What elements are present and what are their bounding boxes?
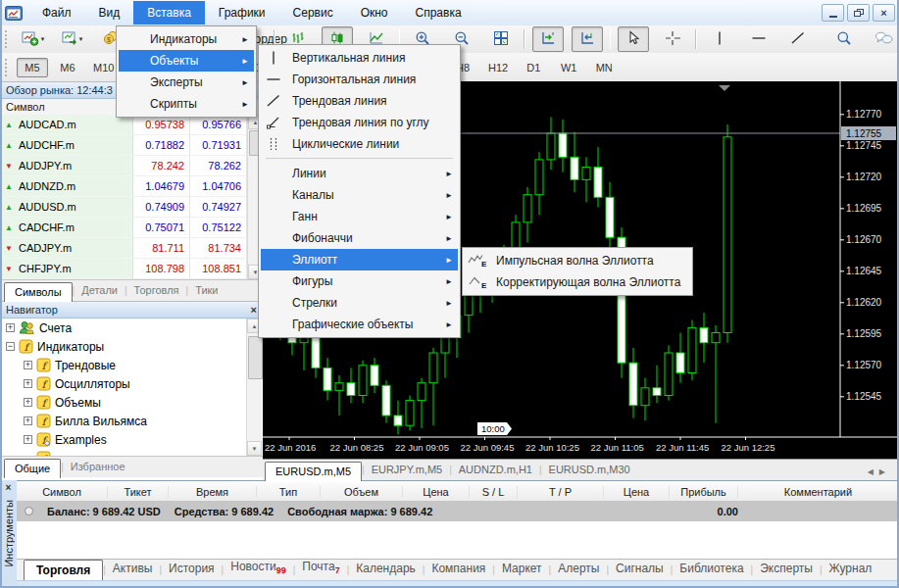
market-row-CADCHF.m[interactable]: ▲CADCHF.m0.750710.75122 xyxy=(0,218,247,238)
chart-tab-3[interactable]: EURUSD.m,M30 xyxy=(542,461,637,480)
tree-item-Осцилляторы[interactable]: +fОсцилляторы xyxy=(0,374,246,393)
chart-tab-2[interactable]: AUDNZD.m,H1 xyxy=(452,461,539,480)
cursor-button[interactable] xyxy=(618,26,649,52)
menu-charts[interactable]: Графики xyxy=(205,1,279,24)
close-navigator-icon[interactable]: × xyxy=(251,305,257,315)
terminal-tab-12[interactable]: Журнал xyxy=(823,559,879,580)
objects-menu-item-lines[interactable]: Линии► xyxy=(261,163,458,184)
expand-box-icon[interactable]: + xyxy=(24,435,32,444)
terminal-tab-7[interactable]: Маркет xyxy=(495,559,549,580)
terminal-tab-1[interactable]: Активы xyxy=(106,559,160,580)
market-watch-tab-2[interactable]: Торговля xyxy=(127,281,186,301)
insert-menu-item-experts[interactable]: Эксперты► xyxy=(119,72,254,93)
vertical-line-button[interactable] xyxy=(704,26,735,52)
navigator-tab-1[interactable]: Избранное xyxy=(64,458,132,477)
market-row-CHFJPY.m[interactable]: ▼CHFJPY.m108.798108.851 xyxy=(0,259,247,279)
terminal-tab-3[interactable]: Новости99 xyxy=(224,559,292,580)
terminal-side-label[interactable]: Инструменты xyxy=(3,500,15,567)
menu-file[interactable]: Файл xyxy=(28,1,85,24)
insert-menu-item-scripts[interactable]: Скрипты► xyxy=(119,93,254,115)
tree-item-Трендовые[interactable]: +fТрендовые xyxy=(0,356,246,374)
terminal-column-3[interactable]: Тип xyxy=(257,486,321,498)
expand-box-icon[interactable]: + xyxy=(24,398,32,407)
objects-menu-item-vertical-line[interactable]: Вертикальная линия xyxy=(261,47,458,69)
market-row-AUDJPY.m[interactable]: ▼AUDJPY.m78.24278.262 xyxy=(0,156,247,176)
terminal-tab-5[interactable]: Календарь xyxy=(349,559,423,580)
market-watch-tab-3[interactable]: Тики xyxy=(188,281,225,301)
expand-box-icon[interactable]: − xyxy=(6,342,15,351)
objects-menu-item-cycle-lines[interactable]: Циклические линии xyxy=(261,133,458,155)
objects-menu-item-fibonacci[interactable]: Фибоначчи► xyxy=(261,227,458,249)
market-watch-tab-1[interactable]: Детали xyxy=(75,281,125,301)
chart-tab-scroll[interactable]: ◀▶ xyxy=(860,467,899,480)
timeframe-M5[interactable]: M5 xyxy=(17,58,48,77)
terminal-column-9[interactable]: Прибыль xyxy=(670,486,738,498)
auto-scroll-button[interactable] xyxy=(532,26,564,52)
terminal-column-2[interactable]: Время xyxy=(169,486,257,498)
expand-box-icon[interactable]: + xyxy=(24,379,32,388)
timeframe-M6[interactable]: M6 xyxy=(52,58,83,77)
insert-menu-item-indicators[interactable]: Индикаторы► xyxy=(119,28,254,50)
objects-menu-item-shapes[interactable]: Фигуры► xyxy=(261,270,458,292)
restore-button[interactable] xyxy=(847,4,870,22)
terminal-tab-9[interactable]: Сигналы xyxy=(609,559,671,580)
close-button[interactable]: × xyxy=(873,4,895,22)
expand-box-icon[interactable]: + xyxy=(24,416,32,425)
chart-tab-1[interactable]: EURJPY.m,M5 xyxy=(365,461,450,480)
timeframe-MN[interactable]: MN xyxy=(588,58,620,77)
menu-window[interactable]: Окно xyxy=(347,1,402,24)
tree-item-Examples[interactable]: +fExamples xyxy=(0,430,246,449)
comments-button[interactable] xyxy=(868,26,899,52)
dropdown-arrow-icon[interactable]: ▾ xyxy=(79,35,83,43)
insert-menu-item-objects[interactable]: Объекты► xyxy=(119,50,254,72)
menu-service[interactable]: Сервис xyxy=(279,1,347,24)
menu-help[interactable]: Справка xyxy=(402,1,475,24)
objects-menu-item-channels[interactable]: Каналы► xyxy=(261,184,458,206)
minimize-button[interactable] xyxy=(822,4,844,22)
navigator-scrollbar[interactable]: ▲ ▼ xyxy=(246,318,262,456)
objects-menu-item-arrows[interactable]: Стрелки► xyxy=(261,292,458,314)
terminal-tab-8[interactable]: Алерты xyxy=(551,559,606,580)
timeframe-W1[interactable]: W1 xyxy=(553,58,584,77)
terminal-tab-4[interactable]: Почта7 xyxy=(295,559,346,580)
timeframe-H12[interactable]: H12 xyxy=(482,58,514,77)
market-row-AUDCAD.m[interactable]: ▲AUDCAD.m0.957380.95766 xyxy=(0,115,247,135)
tree-item-partial[interactable]: f xyxy=(0,449,246,456)
elliott-menu-item-elliott-corrective[interactable]: EКорректирующая волна Эллиотта xyxy=(465,271,690,293)
tree-item-Счета[interactable]: +Счета xyxy=(0,318,246,337)
column-symbol[interactable]: Символ xyxy=(0,101,133,113)
market-watch-tab-0[interactable]: Символы xyxy=(4,282,73,302)
terminal-tab-10[interactable]: Библиотека xyxy=(673,559,750,580)
trend-line-button[interactable] xyxy=(782,26,814,52)
tree-item-Индикаторы[interactable]: −fИндикаторы xyxy=(0,337,246,356)
magnifier-button[interactable] xyxy=(828,26,860,52)
menu-view[interactable]: Вид xyxy=(85,1,134,24)
objects-menu-item-gann[interactable]: Ганн► xyxy=(261,206,458,227)
market-row-AUDUSD.m[interactable]: ▲AUDUSD.m0.749090.74927 xyxy=(0,197,247,218)
terminal-tab-11[interactable]: Эксперты xyxy=(753,559,820,580)
navigator-tab-0[interactable]: Общие xyxy=(4,459,61,478)
market-row-AUDCHF.m[interactable]: ▲AUDCHF.m0.718820.71931 xyxy=(0,135,247,156)
elliott-menu-item-elliott-impulse[interactable]: EИмпульсная волна Эллиотта xyxy=(465,250,690,271)
terminal-column-5[interactable]: Цена xyxy=(403,486,470,498)
navigator-header[interactable]: Навигатор × xyxy=(0,301,263,318)
tree-item-Билла Вильямса[interactable]: +fБилла Вильямса xyxy=(0,412,246,430)
market-row-CADJPY.m[interactable]: ▼CADJPY.m81.71181.734 xyxy=(0,238,247,259)
terminal-column-6[interactable]: S / L xyxy=(470,486,518,498)
tree-item-Объемы[interactable]: +fОбъемы xyxy=(0,393,246,412)
expand-box-icon[interactable]: + xyxy=(24,361,32,369)
tile-windows-button[interactable] xyxy=(485,26,517,52)
objects-menu-item-elliott[interactable]: Эллиотт► xyxy=(261,249,458,270)
new-chart-button[interactable]: ▾ xyxy=(17,26,48,52)
market-row-AUDNZD.m[interactable]: ▲AUDNZD.m1.046791.04706 xyxy=(0,176,247,197)
terminal-column-10[interactable]: Комментарий xyxy=(738,486,899,498)
terminal-tab-6[interactable]: Компания xyxy=(425,559,492,580)
profiles-button[interactable]: ▾ xyxy=(56,26,87,52)
terminal-column-0[interactable]: Символ xyxy=(17,486,108,498)
menu-insert[interactable]: Вставка xyxy=(133,1,205,24)
terminal-tab-2[interactable]: История xyxy=(162,559,222,580)
chart-tab-0[interactable]: EURUSD.m,M5 xyxy=(265,462,362,481)
horizontal-line-button[interactable] xyxy=(743,26,774,52)
scroll-down-icon[interactable]: ▼ xyxy=(247,441,262,456)
expand-box-icon[interactable]: + xyxy=(6,323,15,332)
